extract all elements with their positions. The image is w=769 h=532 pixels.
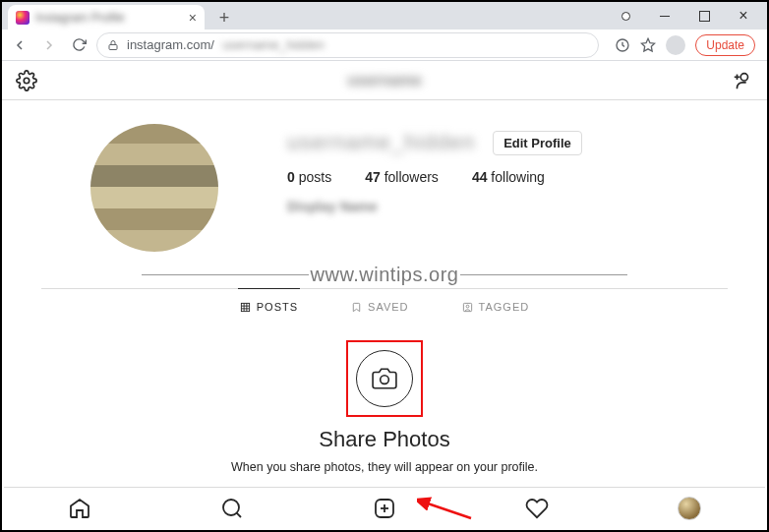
send-to-devices-icon[interactable] xyxy=(615,37,630,53)
back-button[interactable] xyxy=(8,33,31,57)
tab-title: Instagram Profile xyxy=(35,11,125,25)
update-button[interactable]: Update xyxy=(695,34,755,56)
window-close-icon[interactable]: × xyxy=(724,2,763,30)
profile-info: username_hidden Edit Profile 0 posts 47 … xyxy=(287,124,708,214)
reload-button[interactable] xyxy=(67,33,90,57)
tab-saved[interactable]: SAVED xyxy=(349,288,410,323)
profile-stats: 0 posts 47 followers 44 following xyxy=(287,169,708,185)
svg-point-14 xyxy=(381,376,389,384)
profile-header: username_hidden Edit Profile 0 posts 47 … xyxy=(2,100,767,260)
svg-rect-7 xyxy=(241,303,249,311)
camera-icon xyxy=(356,350,413,407)
instagram-top-bar: username xyxy=(2,61,767,100)
browser-chrome: Instagram Profile × + × xyxy=(2,2,767,61)
browser-toolbar: instagram.com/username_hidden Update xyxy=(2,30,767,61)
watermark: www.wintips.org xyxy=(2,264,767,286)
url-host: instagram.com/ xyxy=(127,37,214,52)
nav-search-icon[interactable] xyxy=(219,496,245,521)
profile-picture[interactable] xyxy=(90,124,218,252)
svg-point-4 xyxy=(740,73,747,80)
svg-point-13 xyxy=(466,305,469,308)
empty-state: Share Photos When you share photos, they… xyxy=(2,323,767,507)
tab-posts[interactable]: POSTS xyxy=(238,288,300,323)
new-tab-button[interactable]: + xyxy=(212,6,236,30)
profile-display-name-obscured: Display Name xyxy=(287,199,708,214)
svg-marker-2 xyxy=(642,38,655,51)
svg-line-16 xyxy=(237,512,241,516)
lock-icon xyxy=(107,39,119,51)
settings-gear-icon[interactable] xyxy=(16,70,37,91)
browser-profile-avatar[interactable] xyxy=(666,35,685,55)
address-bar[interactable]: instagram.com/username_hidden xyxy=(96,32,599,58)
stat-following[interactable]: 44 following xyxy=(472,169,545,185)
discover-people-icon[interactable] xyxy=(732,70,753,91)
close-tab-icon[interactable]: × xyxy=(189,10,197,26)
svg-point-15 xyxy=(223,500,239,515)
empty-subtitle: When you share photos, they will appear … xyxy=(2,460,767,474)
svg-point-3 xyxy=(24,78,30,84)
window-controls: × xyxy=(606,2,763,30)
nav-new-post-icon[interactable] xyxy=(372,496,397,521)
forward-button[interactable] xyxy=(37,33,61,57)
bottom-nav xyxy=(4,487,765,528)
window-minimize-icon[interactable] xyxy=(645,2,684,30)
window-maximize-icon[interactable] xyxy=(684,2,724,30)
tab-tagged[interactable]: TAGGED xyxy=(460,288,532,323)
url-path-obscured: username_hidden xyxy=(222,37,325,52)
camera-icon-highlight-box xyxy=(346,340,423,417)
edit-profile-button[interactable]: Edit Profile xyxy=(493,131,582,155)
stat-followers[interactable]: 47 followers xyxy=(365,169,439,185)
svg-rect-0 xyxy=(109,44,117,49)
instagram-favicon-icon xyxy=(16,11,30,25)
nav-activity-icon[interactable] xyxy=(524,496,550,521)
nav-home-icon[interactable] xyxy=(67,496,92,521)
browser-tab-active[interactable]: Instagram Profile × xyxy=(8,5,205,30)
browser-account-icon[interactable] xyxy=(606,2,645,30)
profile-username-obscured: username_hidden xyxy=(287,130,475,155)
stat-posts: 0 posts xyxy=(287,169,331,185)
empty-title: Share Photos xyxy=(2,427,767,452)
tab-strip: Instagram Profile × + × xyxy=(2,2,767,30)
profile-tabs: POSTS SAVED TAGGED xyxy=(41,288,728,323)
bookmark-star-icon[interactable] xyxy=(640,37,656,53)
nav-profile-avatar[interactable] xyxy=(677,496,702,521)
page-title-obscured: username xyxy=(347,72,422,89)
